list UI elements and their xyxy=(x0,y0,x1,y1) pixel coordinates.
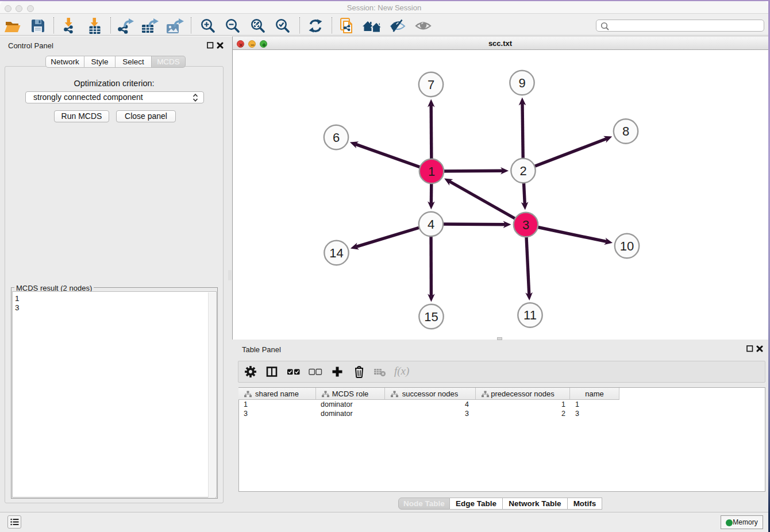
svg-text:7: 7 xyxy=(428,78,434,92)
svg-text:10: 10 xyxy=(620,239,634,253)
svg-text:14: 14 xyxy=(329,246,343,260)
svg-text:3: 3 xyxy=(522,218,529,232)
svg-text:6: 6 xyxy=(333,130,340,145)
svg-text:11: 11 xyxy=(523,308,537,322)
svg-text:9: 9 xyxy=(518,76,525,90)
svg-text:1: 1 xyxy=(428,164,435,179)
svg-text:4: 4 xyxy=(428,217,434,232)
svg-text:2: 2 xyxy=(519,164,526,178)
svg-text:8: 8 xyxy=(622,124,629,138)
svg-text:15: 15 xyxy=(424,310,438,324)
